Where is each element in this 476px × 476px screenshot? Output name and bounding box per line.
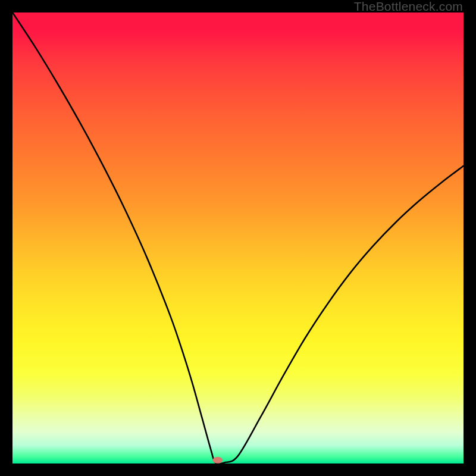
bottleneck-curve	[12, 12, 464, 464]
chart-frame: TheBottleneck.com	[0, 0, 476, 476]
watermark-text: TheBottleneck.com	[354, 0, 463, 13]
optimum-marker	[212, 457, 223, 464]
plot-area	[12, 12, 464, 464]
chart-svg	[12, 12, 464, 464]
